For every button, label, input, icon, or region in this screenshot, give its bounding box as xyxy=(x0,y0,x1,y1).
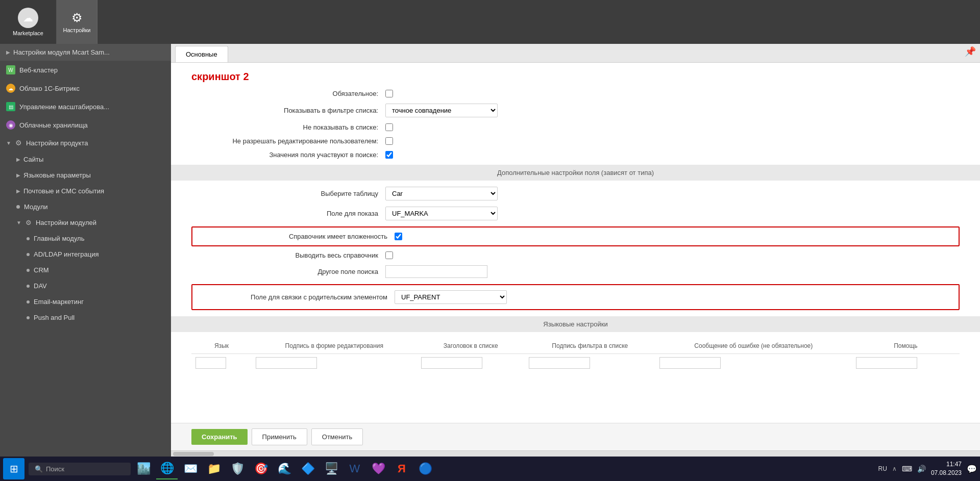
form-row-no-edit: Не разрешать редактирование пользователе… xyxy=(191,137,960,145)
lang-input-help[interactable] xyxy=(856,357,917,369)
lang-col-list-header: Заголовок в списке xyxy=(417,338,525,354)
select-table[interactable]: Car xyxy=(385,187,498,200)
form-row-table: Выберите таблицу Car xyxy=(191,187,960,200)
select-filter[interactable]: точное совпадениенетда xyxy=(385,104,498,117)
sidebar-item-dav[interactable]: DAV xyxy=(0,278,171,294)
cancel-button[interactable]: Отменить xyxy=(311,428,363,445)
checkbox-hide-list[interactable] xyxy=(385,123,393,131)
save-button[interactable]: Сохранить xyxy=(191,429,248,445)
sidebar-item-label: Модули xyxy=(24,203,48,211)
search-icon: 🔍 xyxy=(35,465,43,473)
tab-basic[interactable]: Основные xyxy=(175,46,228,62)
sidebar-item-lang-params[interactable]: ▶ Языковые параметры xyxy=(0,167,171,183)
form-row-other-search: Другое поле поиска xyxy=(191,265,960,278)
taskbar-chrome-icon[interactable]: 🌐 xyxy=(156,458,178,479)
section-header-2: Языковые настройки xyxy=(171,316,980,332)
pin-icon-top[interactable]: 📌 xyxy=(965,46,976,57)
label-show-field: Поле для показа xyxy=(191,210,385,217)
lang-col-form-label: Подпись в форме редактирования xyxy=(252,338,417,354)
taskbar-red-icon[interactable]: 🛡️ xyxy=(227,458,248,479)
manage-scale-icon: ▤ xyxy=(6,102,15,111)
form-row-hide-list: Не показывать в списке: xyxy=(191,123,960,131)
search-bar[interactable]: 🔍 Поиск xyxy=(29,463,131,475)
form-area: скриншот 2 Обязательное: Показывать в фи… xyxy=(171,63,980,423)
module-settings-icon: ⚙ xyxy=(26,219,32,226)
lang-input-filter-label[interactable] xyxy=(529,357,590,369)
volume-icon[interactable]: 🔊 xyxy=(917,465,926,473)
arrow-icon: ▶ xyxy=(16,172,20,178)
label-required: Обязательное: xyxy=(191,90,385,97)
sidebar-item-label: Настройки модуля Mcart Sam... xyxy=(13,48,110,56)
sidebar-item-product-settings[interactable]: ▼ ⚙ Настройки продукта xyxy=(0,134,171,151)
start-button[interactable]: ⊞ xyxy=(3,458,24,479)
search-placeholder: Поиск xyxy=(46,465,64,473)
taskbar-blue-icon[interactable]: 🔷 xyxy=(297,458,318,479)
taskbar-yandex-icon[interactable]: Я xyxy=(391,458,412,479)
checkbox-required[interactable] xyxy=(385,90,393,97)
checkbox-show-all[interactable] xyxy=(385,251,393,259)
lang-input-form-label[interactable] xyxy=(256,357,317,369)
sidebar-item-mcart[interactable]: ▶ Настройки модуля Mcart Sam... xyxy=(0,44,171,61)
taskbar-purple-icon[interactable]: 💜 xyxy=(368,458,389,479)
taskbar-arrow-icon[interactable]: 🔵 xyxy=(414,458,436,479)
taskbar-city-icon[interactable]: 🏙️ xyxy=(133,458,154,479)
up-arrow-icon[interactable]: ∧ xyxy=(892,465,897,472)
apply-button[interactable]: Применить xyxy=(252,428,307,445)
arrow-icon: ▶ xyxy=(16,188,20,194)
input-other-search[interactable] xyxy=(385,265,487,278)
scrollbar-thumb[interactable] xyxy=(173,452,214,456)
taskbar-word-icon[interactable]: W xyxy=(344,458,365,479)
sidebar-item-mail-sms[interactable]: ▶ Почтовые и СМС события xyxy=(0,183,171,199)
sidebar-item-crm[interactable]: CRM xyxy=(0,262,171,278)
lang-col-filter-label: Подпись фильтра в списке xyxy=(525,338,655,354)
lang-input-list-header[interactable] xyxy=(421,357,482,369)
sidebar-item-cloud-storage[interactable]: ◉ Облачные хранилища xyxy=(0,116,171,134)
sidebar-item-ad-ldap[interactable]: AD/LDAP интеграция xyxy=(0,246,171,262)
lang-input-error-msg[interactable] xyxy=(659,357,721,369)
dot-icon xyxy=(27,269,30,272)
scrollbar-horizontal[interactable] xyxy=(171,450,980,457)
lang-input-lang[interactable] xyxy=(195,357,226,369)
sidebar-item-web-cluster[interactable]: W Веб-кластер xyxy=(0,61,171,79)
content-area: 📌 Основные скриншот 2 Обязательное: Пока… xyxy=(171,44,980,457)
dot-icon xyxy=(16,205,20,209)
table-row xyxy=(191,354,960,372)
label-show-all: Выводить весь справочник xyxy=(191,251,385,259)
sidebar-item-label: Почтовые и СМС события xyxy=(23,187,104,195)
taskbar-folder-icon[interactable]: 📁 xyxy=(203,458,225,479)
gear-icon: ⚙ xyxy=(71,11,83,25)
taskbar-mail-icon[interactable]: ✉️ xyxy=(180,458,201,479)
dot-icon xyxy=(27,285,30,288)
taskbar-monitor-icon[interactable]: 🖥️ xyxy=(321,458,342,479)
sidebar-item-manage-scale[interactable]: ▤ Управление масштабирова... xyxy=(0,97,171,116)
taskbar-green-icon[interactable]: 🎯 xyxy=(250,458,272,479)
expand-icon: ▼ xyxy=(16,220,21,225)
sidebar-item-email-marketing[interactable]: Email-маркетинг xyxy=(0,294,171,310)
sidebar-item-label: Сайты xyxy=(23,156,43,163)
sidebar-item-modules[interactable]: Модули xyxy=(0,199,171,215)
sidebar-item-label: Веб-кластер xyxy=(19,66,58,74)
select-parent-link[interactable]: UF_PARENT xyxy=(395,290,507,304)
sidebar-item-module-settings[interactable]: ▼ ⚙ Настройки модулей xyxy=(0,215,171,231)
select-show-field[interactable]: UF_MARKA xyxy=(385,207,498,220)
marketplace-button[interactable]: ☁ Marketplace xyxy=(0,0,57,44)
taskbar-edge-icon[interactable]: 🌊 xyxy=(274,458,295,479)
taskbar-lang: RU xyxy=(878,465,887,472)
form-row-required: Обязательное: xyxy=(191,90,960,97)
keyboard-icon: ⌨ xyxy=(902,465,912,473)
sidebar-item-cloud-bitrix[interactable]: ☁ Облако 1С-Битрикс xyxy=(0,79,171,97)
dot-icon xyxy=(27,237,30,240)
checkbox-nested[interactable] xyxy=(395,233,402,240)
label-nested: Справочник имеет вложенность xyxy=(201,233,395,240)
settings-button[interactable]: ⚙ Настройки xyxy=(57,0,97,44)
notification-icon[interactable]: 💬 xyxy=(967,464,977,474)
sidebar-item-sites[interactable]: ▶ Сайты xyxy=(0,151,171,167)
checkbox-no-edit[interactable] xyxy=(385,137,393,145)
checkbox-search[interactable] xyxy=(385,151,393,159)
sidebar-item-main-module[interactable]: Главный модуль xyxy=(0,231,171,246)
taskbar-time-display: 11:47 07.08.2023 xyxy=(931,460,962,477)
web-cluster-icon: W xyxy=(6,65,15,74)
arrow-icon: ▶ xyxy=(6,49,10,55)
sidebar-item-label: Языковые параметры xyxy=(23,171,91,179)
sidebar-item-push-pull[interactable]: Push and Pull xyxy=(0,310,171,325)
